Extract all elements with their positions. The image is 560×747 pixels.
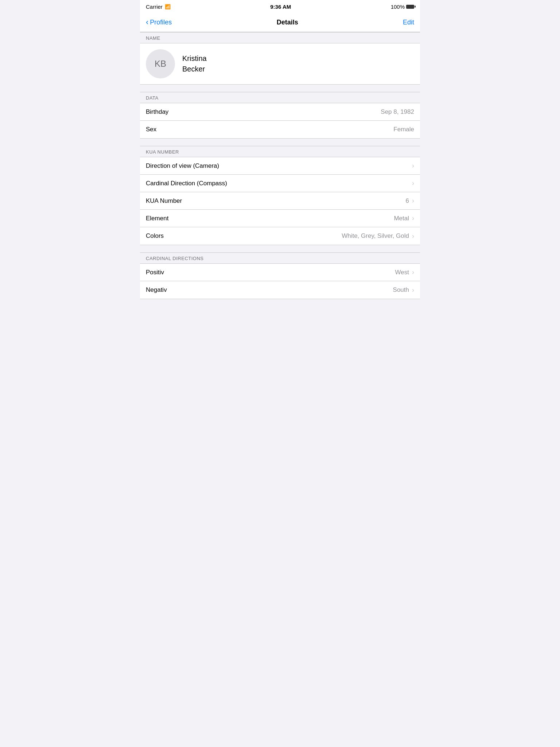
cardinal-direction-value-container: › — [412, 179, 414, 187]
status-bar: Carrier 📶 9:36 AM 100% — [140, 0, 420, 13]
sex-label: Sex — [146, 126, 156, 133]
status-carrier: Carrier 📶 — [146, 4, 171, 10]
wifi-icon: 📶 — [165, 4, 171, 9]
back-button[interactable]: ‹ Profiles — [146, 19, 172, 26]
bottom-spacer — [140, 299, 420, 445]
kua-number-value-container: 6 › — [406, 197, 414, 205]
cardinal-direction-row[interactable]: Cardinal Direction (Compass) › — [140, 175, 420, 192]
positiv-value-container: West › — [395, 268, 414, 276]
negativ-chevron-icon: › — [412, 286, 414, 294]
first-name: Kristina — [182, 54, 207, 63]
nav-bar: ‹ Profiles Details Edit — [140, 13, 420, 32]
name-section: KB Kristina Becker — [140, 43, 420, 85]
kua-number-label: KUA Number — [146, 197, 182, 205]
spacer-1 — [140, 85, 420, 92]
colors-label: Colors — [146, 232, 164, 240]
data-section-header: DATA — [140, 92, 420, 103]
edit-button[interactable]: Edit — [403, 19, 414, 26]
birthday-row: Birthday Sep 8, 1982 — [140, 103, 420, 121]
direction-view-label: Direction of view (Camera) — [146, 162, 219, 170]
kua-section-content: Direction of view (Camera) › Cardinal Di… — [140, 157, 420, 245]
colors-row[interactable]: Colors White, Grey, Silver, Gold › — [140, 227, 420, 245]
status-battery: 100% — [391, 4, 414, 10]
negativ-value-container: South › — [393, 286, 414, 294]
element-row[interactable]: Element Metal › — [140, 210, 420, 227]
battery-icon — [406, 5, 414, 9]
sex-value-container: Female — [393, 126, 414, 133]
direction-view-row[interactable]: Direction of view (Camera) › — [140, 157, 420, 175]
last-name: Becker — [182, 65, 207, 73]
cardinal-direction-chevron-icon: › — [412, 179, 414, 187]
name-text: Kristina Becker — [182, 54, 207, 73]
status-time: 9:36 AM — [270, 4, 291, 10]
colors-chevron-icon: › — [412, 232, 414, 240]
cardinal-direction-label: Cardinal Direction (Compass) — [146, 180, 227, 187]
kua-number-value: 6 — [406, 197, 409, 205]
sex-row: Sex Female — [140, 121, 420, 138]
negativ-value: South — [393, 286, 409, 294]
positiv-value: West — [395, 269, 409, 276]
element-chevron-icon: › — [412, 214, 414, 222]
birthday-label: Birthday — [146, 108, 168, 116]
battery-percentage: 100% — [391, 4, 405, 10]
direction-view-value-container: › — [412, 162, 414, 170]
positiv-row[interactable]: Positiv West › — [140, 264, 420, 281]
element-value: Metal — [394, 215, 409, 222]
birthday-value-container: Sep 8, 1982 — [381, 108, 414, 116]
carrier-text: Carrier — [146, 4, 163, 10]
cardinal-directions-section-content: Positiv West › Negativ South › — [140, 263, 420, 299]
kua-number-chevron-icon: › — [412, 197, 414, 205]
birthday-value: Sep 8, 1982 — [381, 108, 414, 116]
back-label: Profiles — [150, 19, 172, 26]
negativ-row[interactable]: Negativ South › — [140, 281, 420, 299]
data-section-content: Birthday Sep 8, 1982 Sex Female — [140, 103, 420, 139]
sex-value: Female — [393, 126, 414, 133]
element-value-container: Metal › — [394, 214, 414, 222]
kua-section-header: KUA NUMBER — [140, 146, 420, 157]
negativ-label: Negativ — [146, 286, 167, 294]
colors-value-container: White, Grey, Silver, Gold › — [342, 232, 414, 240]
avatar: KB — [146, 49, 175, 78]
element-label: Element — [146, 215, 168, 222]
name-section-header: NAME — [140, 32, 420, 43]
kua-number-row[interactable]: KUA Number 6 › — [140, 192, 420, 210]
back-chevron-icon: ‹ — [146, 18, 148, 26]
spacer-2 — [140, 139, 420, 146]
page-title: Details — [277, 19, 298, 26]
direction-view-chevron-icon: › — [412, 162, 414, 170]
cardinal-directions-section-header: CARDINAL DIRECTIONS — [140, 252, 420, 263]
spacer-3 — [140, 245, 420, 252]
positiv-chevron-icon: › — [412, 268, 414, 276]
positiv-label: Positiv — [146, 269, 164, 276]
colors-value: White, Grey, Silver, Gold — [342, 232, 409, 240]
